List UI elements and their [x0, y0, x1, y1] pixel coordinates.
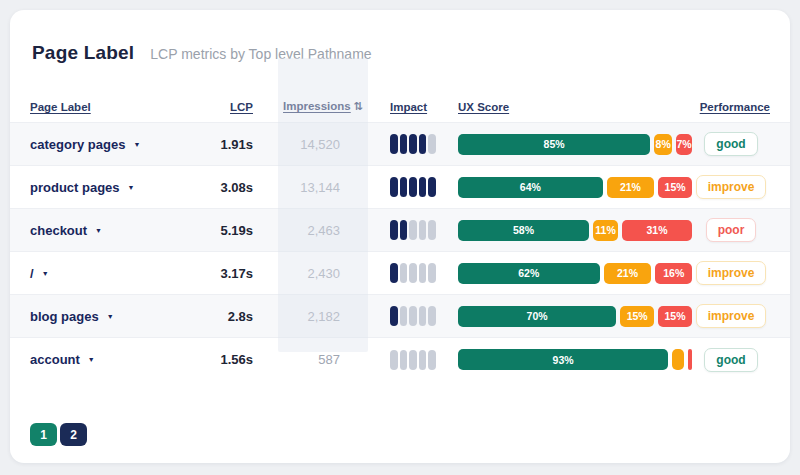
lcp-value: 3.17s [200, 266, 253, 281]
impressions-value: 2,182 [278, 309, 368, 324]
impact-pill [428, 177, 436, 197]
lcp-value: 1.91s [200, 137, 253, 152]
table-body: category pages▼1.91s14,52085%8%7%goodpro… [10, 122, 790, 381]
impact-indicator [390, 220, 440, 240]
ux-segment-poor: 31% [622, 220, 692, 241]
ux-segment-improve: 21% [607, 177, 654, 198]
impact-pill [409, 134, 417, 154]
impressions-value: 14,520 [278, 137, 368, 152]
table-row: product pages▼3.08s13,14464%21%15%improv… [10, 166, 790, 209]
caret-down-icon: ▼ [107, 313, 114, 320]
ux-score-bar: 62%21%16% [458, 263, 692, 284]
ux-segment-good: 62% [458, 263, 600, 284]
table-row: /▼3.17s2,43062%21%16%improve [10, 252, 790, 295]
page-label-dropdown[interactable]: category pages▼ [30, 137, 140, 152]
page-label-dropdown[interactable]: product pages▼ [30, 180, 135, 195]
column-header-page-label[interactable]: Page Label [30, 101, 200, 113]
impact-pill [409, 350, 417, 370]
ux-segment-improve: 15% [620, 306, 654, 327]
impact-pill [419, 134, 427, 154]
ux-segment-poor: 15% [658, 306, 692, 327]
column-header-impact[interactable]: Impact [390, 101, 440, 113]
metrics-card: Page Label LCP metrics by Top level Path… [10, 10, 790, 463]
impact-pill [428, 134, 436, 154]
lcp-value: 1.56s [200, 352, 253, 367]
lcp-value: 5.19s [200, 223, 253, 238]
table-row: account▼1.56s58793%good [10, 338, 790, 381]
ux-segment-good: 58% [458, 220, 589, 241]
impact-indicator [390, 306, 440, 326]
impact-pill [400, 134, 408, 154]
ux-score-bar: 70%15%15% [458, 306, 692, 327]
page-label-text: category pages [30, 137, 125, 152]
impressions-value: 2,430 [278, 266, 368, 281]
pagination: 12 [10, 423, 790, 446]
impressions-value: 2,463 [278, 223, 368, 238]
impact-indicator [390, 350, 440, 370]
card-header: Page Label LCP metrics by Top level Path… [10, 34, 790, 64]
impact-pill [428, 263, 436, 283]
impact-pill [390, 263, 398, 283]
page-button-2[interactable]: 2 [60, 423, 87, 446]
page-label-text: account [30, 352, 80, 367]
lcp-value: 3.08s [200, 180, 253, 195]
ux-segment-poor: 15% [658, 177, 692, 198]
impact-indicator [390, 263, 440, 283]
impact-pill [390, 350, 398, 370]
ux-segment-poor: 16% [655, 263, 692, 284]
caret-down-icon: ▼ [42, 270, 49, 277]
ux-segment-improve [672, 349, 683, 370]
ux-segment-improve: 21% [604, 263, 652, 284]
page-label-dropdown[interactable]: account▼ [30, 352, 95, 367]
caret-down-icon: ▼ [88, 356, 95, 363]
impact-pill [409, 263, 417, 283]
sort-arrows-icon: ⇅ [354, 100, 363, 113]
table-header-row: Page LabelLCPImpressions⇅ImpactUX ScoreP… [10, 90, 790, 122]
impact-pill [400, 263, 408, 283]
page-label-text: blog pages [30, 309, 99, 324]
page-label-dropdown[interactable]: blog pages▼ [30, 309, 114, 324]
column-header-impressions[interactable]: Impressions⇅ [278, 100, 368, 113]
impact-pill [419, 350, 427, 370]
impact-pill [390, 220, 398, 240]
ux-segment-good: 85% [458, 134, 650, 155]
impact-pill [400, 306, 408, 326]
ux-segment-improve: 8% [654, 134, 672, 155]
impact-pill [390, 306, 398, 326]
ux-score-bar: 93% [458, 349, 692, 370]
impact-indicator [390, 134, 440, 154]
page-title: Page Label [32, 42, 134, 64]
page-label-dropdown[interactable]: checkout▼ [30, 223, 102, 238]
caret-down-icon: ▼ [133, 141, 140, 148]
impact-pill [409, 306, 417, 326]
page-label-text: / [30, 266, 34, 281]
impact-pill [409, 220, 417, 240]
impact-pill [390, 177, 398, 197]
caret-down-icon: ▼ [95, 227, 102, 234]
column-header-lcp[interactable]: LCP [200, 101, 253, 113]
impact-pill [419, 177, 427, 197]
performance-badge: improve [696, 175, 767, 199]
impact-pill [400, 220, 408, 240]
impact-pill [428, 220, 436, 240]
page-button-1[interactable]: 1 [30, 423, 57, 446]
ux-segment-good: 64% [458, 177, 603, 198]
impact-pill [400, 177, 408, 197]
page-label-dropdown[interactable]: /▼ [30, 266, 49, 281]
lcp-value: 2.8s [200, 309, 253, 324]
performance-badge: improve [696, 304, 767, 328]
impact-pill [390, 134, 398, 154]
performance-badge: good [704, 132, 757, 156]
impact-pill [409, 177, 417, 197]
column-header-ux-score[interactable]: UX Score [458, 101, 692, 113]
ux-segment-improve: 11% [593, 220, 618, 241]
impact-pill [400, 350, 408, 370]
page-subtitle: LCP metrics by Top level Pathname [150, 46, 371, 62]
ux-segment-poor: 7% [676, 134, 692, 155]
column-header-performance[interactable]: Performance [692, 101, 770, 113]
impact-pill [428, 350, 436, 370]
metrics-table: Page LabelLCPImpressions⇅ImpactUX ScoreP… [10, 90, 790, 381]
impact-indicator [390, 177, 440, 197]
page-label-text: product pages [30, 180, 120, 195]
impact-pill [428, 306, 436, 326]
